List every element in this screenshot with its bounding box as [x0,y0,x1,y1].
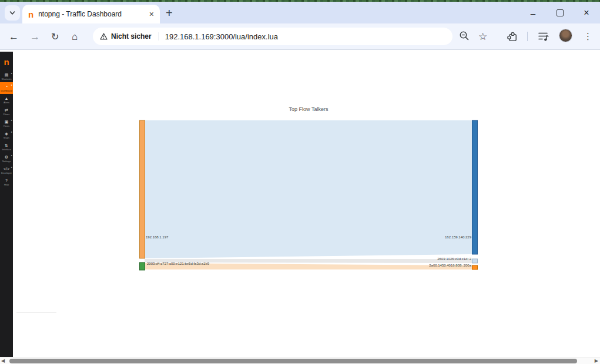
sidebar-item-dashboard[interactable]: ◔ Dashboard ▸ [0,82,13,94]
flows-icon: ⇄ [5,108,8,113]
sankey-label-local-host: 192.168.1.197 [146,235,168,240]
browser-window: n ntopng - Traffic Dashboard × + – × ← →… [0,0,600,364]
warning-icon [100,33,108,40]
reload-button[interactable]: ↻ [51,32,59,42]
caret-icon: ▸ [11,131,12,133]
map-icon: ◈ [5,132,8,136]
caret-icon: ▸ [11,119,12,122]
sankey-node-remote-ipv6-google[interactable] [472,265,478,269]
security-label: Nicht sicher [111,32,152,41]
sidebar-item-alerts[interactable]: ▲ Alerts [0,94,13,106]
sidebar-item-flows[interactable]: ⇄ Flows [0,106,13,117]
maximize-button[interactable] [554,7,567,19]
zoom-icon[interactable] [459,31,470,41]
maximize-icon [557,9,564,16]
sidebar-item-hosts[interactable]: ▣ Hosts ▸ [0,117,13,129]
sankey-label-remote-ipv6-google: 2a00:1450:4016:808::200a [429,264,471,268]
sidebar-item-maps[interactable]: ◈ Maps ▸ [0,129,13,141]
sidebar-item-help[interactable]: ? Help [0,176,13,188]
chevron-down-icon [9,9,16,16]
profile-avatar[interactable] [559,29,572,42]
window-close-button[interactable]: × [580,7,593,19]
caret-icon: ▸ [11,166,12,168]
ntopng-favicon-icon: n [28,10,33,19]
tab-search-button[interactable] [5,5,20,21]
sankey-node-local-ipv6-host[interactable] [140,262,145,270]
tab-strip: n ntopng - Traffic Dashboard × + – × [0,2,600,23]
sankey-diagram [139,117,478,271]
sankey-label-remote-ipv6-teams: 2603:1026:c0d:c1d::2 [437,257,471,261]
back-button[interactable]: ← [9,32,19,42]
ntopng-logo-icon[interactable]: n [0,55,13,69]
browser-toolbar: ← → ↻ ⌂ Nicht sicher 192.168.1.169:3000/… [0,23,600,50]
caret-icon: ▸ [11,84,12,86]
gear-icon: ⚙ [5,155,8,160]
sidebar-item-interface[interactable]: ⇅ Interface [0,141,13,153]
sidebar-item-developer[interactable]: </> Developer ▸ [0,164,13,176]
forward-button[interactable]: → [30,32,40,42]
media-controls-icon[interactable] [538,31,549,42]
caret-icon: ▸ [11,72,12,75]
tab-title: ntopng - Traffic Dashboard [38,10,146,18]
sankey-node-remote-host[interactable] [472,120,478,254]
chart-title: Top Flow Talkers [139,106,478,112]
security-chip[interactable]: Nicht sicher [100,32,159,41]
sankey-label-remote-host: 162.159.140.229 [445,235,471,240]
sidebar-item-shortcuts[interactable]: ▤ Shortcuts ▸ [0,70,13,82]
minimize-button[interactable]: – [527,7,539,19]
caret-icon: ▸ [11,154,12,157]
url-text: 192.168.1.169:3000/lua/index.lua [165,32,278,41]
browser-menu-button[interactable]: ⋮ [584,31,592,42]
new-tab-button[interactable]: + [166,6,173,20]
sankey-node-local-host[interactable] [140,120,145,258]
gauge-icon: ◔ [5,85,8,89]
keyboard-icon: ▤ [5,73,9,77]
hosts-icon: ▣ [5,120,9,124]
interface-icon: ⇅ [5,143,8,148]
scroll-right-icon[interactable]: ▶ [595,358,598,364]
code-icon: </> [4,167,9,171]
toolbar-separator [527,32,528,41]
sankey-node-remote-ipv6-teams[interactable] [472,259,478,263]
scrollbar-thumb[interactable] [9,359,577,363]
sankey-label-local-ipv6-host: 2003:d4:c727:c00:e121:be5d:fa3d:a1b9 [147,262,209,266]
home-button[interactable]: ⌂ [72,32,78,42]
horizontal-scrollbar[interactable]: ◀ ▶ [0,357,600,364]
help-icon: ? [5,178,8,183]
browser-tab[interactable]: n ntopng - Traffic Dashboard × [22,5,160,23]
ntopng-sidebar: n ▤ Shortcuts ▸ ◔ Dashboard ▸ ▲ Alerts ⇄ [0,52,13,357]
extensions-icon[interactable] [507,31,518,42]
sankey-link-main[interactable] [145,120,472,258]
page-content: n ▤ Shortcuts ▸ ◔ Dashboard ▸ ▲ Alerts ⇄ [0,50,600,357]
scroll-left-icon[interactable]: ◀ [1,358,5,364]
sidebar-menu: ▤ Shortcuts ▸ ◔ Dashboard ▸ ▲ Alerts ⇄ F… [0,70,13,188]
sidebar-item-settings[interactable]: ⚙ Settings ▸ [0,153,13,164]
warning-icon: ▲ [5,96,9,101]
address-bar[interactable]: Nicht sicher 192.168.1.169:3000/lua/inde… [93,28,452,45]
footer-divider [16,312,56,313]
tab-close-button[interactable]: × [149,9,154,19]
bookmark-star-button[interactable]: ☆ [478,31,487,43]
